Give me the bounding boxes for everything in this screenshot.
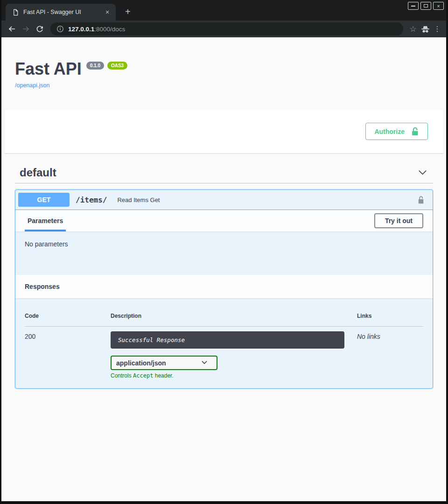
swagger-page: Fast API 0.1.0 OAS3 /openapi.json Author… bbox=[0, 37, 448, 504]
media-type-select[interactable]: application/json bbox=[111, 356, 217, 370]
collapse-section-button[interactable] bbox=[413, 170, 432, 175]
opblock-get-items: GET /items/ Read Items Get Parameters Tr… bbox=[15, 189, 433, 389]
description-column-header: Description bbox=[111, 313, 357, 319]
tab-parameters[interactable]: Parameters bbox=[25, 210, 66, 231]
api-title-row: Fast API 0.1.0 OAS3 bbox=[15, 60, 433, 78]
reload-button[interactable] bbox=[33, 22, 47, 36]
responses-body: Code Description Links 200 Successful Re… bbox=[15, 298, 433, 388]
browser-toolbar: 127.0.0.1:8000/docs ☆ ⋮ bbox=[0, 21, 448, 37]
accept-note-code: Accept bbox=[133, 372, 153, 379]
api-badges: 0.1.0 OAS3 bbox=[86, 62, 127, 70]
openapi-spec-link[interactable]: /openapi.json bbox=[15, 82, 49, 89]
accept-note-suffix: header. bbox=[153, 372, 173, 379]
try-it-out-button[interactable]: Try it out bbox=[374, 213, 423, 228]
unlocked-padlock-icon bbox=[418, 196, 424, 204]
operation-summary[interactable]: GET /items/ Read Items Get bbox=[15, 190, 433, 210]
url-path: :8000/docs bbox=[94, 26, 125, 33]
tag-name: default bbox=[20, 166, 56, 179]
back-button[interactable] bbox=[5, 22, 19, 36]
chevron-down-icon bbox=[418, 170, 427, 175]
responses-header: Responses bbox=[15, 275, 433, 298]
version-badge: 0.1.0 bbox=[86, 62, 104, 70]
url-bar[interactable]: 127.0.0.1:8000/docs bbox=[50, 22, 403, 35]
browser-menu-icon[interactable]: ⋮ bbox=[431, 23, 443, 35]
tab-close-icon[interactable]: × bbox=[104, 8, 111, 16]
tag-section-header[interactable]: default bbox=[15, 166, 433, 183]
bookmark-star-icon[interactable]: ☆ bbox=[407, 23, 419, 35]
no-parameters-message: No parameters bbox=[15, 231, 433, 275]
scheme-container: Authorize bbox=[5, 110, 443, 153]
window-controls: × bbox=[408, 2, 444, 10]
oas3-badge: OAS3 bbox=[107, 62, 127, 70]
response-row-200: 200 Successful Response application/json bbox=[25, 327, 423, 379]
minimize-icon bbox=[411, 6, 415, 7]
media-type-control: application/json bbox=[111, 356, 217, 370]
operation-path: /items/ bbox=[76, 196, 107, 204]
operation-summary-text: Read Items Get bbox=[117, 196, 418, 203]
window-maximize-button[interactable] bbox=[420, 2, 431, 10]
response-description-cell: Successful Response application/json bbox=[111, 331, 357, 379]
accept-header-note: Controls Accept header. bbox=[111, 372, 357, 379]
response-code: 200 bbox=[25, 331, 111, 379]
response-links: No links bbox=[357, 331, 423, 379]
browser-tab[interactable]: Fast API - Swagger UI × bbox=[6, 4, 116, 21]
http-method-badge: GET bbox=[18, 193, 70, 207]
back-arrow-icon bbox=[8, 25, 16, 33]
api-title: Fast API bbox=[15, 60, 82, 78]
operation-auth-button[interactable] bbox=[418, 196, 424, 204]
browser-tab-strip: Fast API - Swagger UI × + × bbox=[0, 0, 448, 21]
document-favicon-icon bbox=[12, 9, 19, 16]
reload-icon bbox=[36, 25, 43, 33]
unlocked-padlock-icon bbox=[411, 127, 419, 136]
responses-title: Responses bbox=[25, 283, 60, 290]
authorize-label: Authorize bbox=[374, 128, 405, 135]
site-info-icon[interactable] bbox=[56, 25, 64, 33]
api-info-section: Fast API 0.1.0 OAS3 /openapi.json bbox=[0, 37, 448, 89]
authorize-button[interactable]: Authorize bbox=[365, 123, 428, 140]
api-operations: default GET /items/ Read Items Get bbox=[0, 166, 448, 389]
window-minimize-button[interactable] bbox=[408, 2, 419, 10]
forward-arrow-icon bbox=[22, 25, 30, 33]
accept-note-prefix: Controls bbox=[111, 372, 133, 379]
new-tab-button[interactable]: + bbox=[125, 7, 131, 16]
url-text: 127.0.0.1:8000/docs bbox=[68, 26, 125, 33]
url-host: 127.0.0.1 bbox=[68, 26, 94, 33]
forward-button[interactable] bbox=[19, 22, 33, 36]
tab-title: Fast API - Swagger UI bbox=[23, 9, 99, 15]
incognito-icon bbox=[419, 23, 431, 35]
maximize-icon bbox=[424, 4, 428, 7]
response-description: Successful Response bbox=[111, 331, 344, 349]
code-column-header: Code bbox=[25, 313, 111, 319]
parameters-tab-label: Parameters bbox=[28, 217, 63, 224]
responses-table-header: Code Description Links bbox=[25, 307, 423, 327]
parameters-header: Parameters Try it out bbox=[15, 210, 433, 231]
window-close-button[interactable]: × bbox=[433, 2, 444, 10]
links-column-header: Links bbox=[357, 313, 423, 319]
